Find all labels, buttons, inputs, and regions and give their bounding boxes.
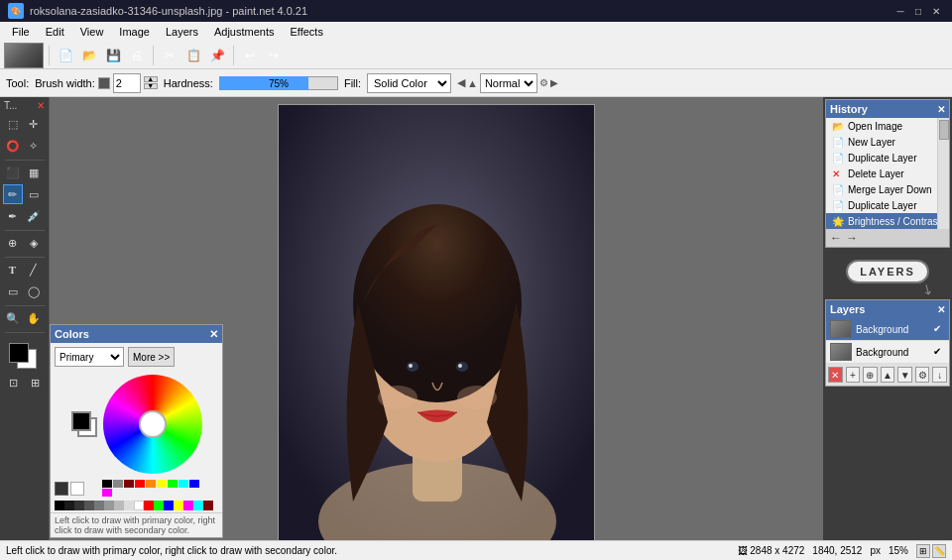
new-layer-button[interactable]: +: [846, 367, 861, 383]
close-button[interactable]: ✕: [928, 3, 944, 19]
swatch-cyan[interactable]: [178, 480, 188, 488]
colors-more-button[interactable]: More >>: [128, 347, 175, 367]
swatch-orange[interactable]: [146, 480, 156, 488]
history-item-dup-layer[interactable]: 📄 Duplicate Layer: [826, 150, 949, 166]
print-button[interactable]: 🖨: [126, 45, 148, 66]
p-blue2[interactable]: [164, 501, 174, 510]
tool-zoom[interactable]: 🔍: [3, 308, 23, 328]
p-black[interactable]: [55, 501, 64, 510]
p-4[interactable]: [94, 501, 104, 510]
p-3[interactable]: [84, 501, 94, 510]
primary-color-large[interactable]: [71, 411, 91, 431]
tool-move[interactable]: ✛: [24, 114, 44, 134]
menu-layers[interactable]: Layers: [158, 22, 206, 42]
tool-line[interactable]: ╱: [24, 260, 44, 280]
dark-swatch[interactable]: [55, 482, 68, 496]
fill-dropdown[interactable]: Solid Color Gradient Transparent: [367, 73, 451, 93]
blend-right-arrow[interactable]: ▶: [550, 77, 558, 88]
tool-pan[interactable]: ✋: [24, 308, 44, 328]
history-close-button[interactable]: ✕: [937, 104, 945, 115]
p-lime[interactable]: [154, 501, 164, 510]
tool-clone[interactable]: ⊕: [3, 233, 23, 253]
layers-close-button[interactable]: ✕: [937, 304, 945, 315]
tool-paint-bucket[interactable]: ⬛: [3, 163, 23, 182]
swatch-red[interactable]: [135, 480, 145, 488]
tool-extra-2[interactable]: ⊞: [26, 373, 46, 392]
tool-ellipse[interactable]: ◯: [24, 281, 44, 301]
p-1[interactable]: [64, 501, 74, 510]
grid-view-button[interactable]: ⊞: [916, 544, 930, 558]
history-item-merge-layer[interactable]: 📄 Merge Layer Down: [826, 181, 949, 197]
toolbox-close[interactable]: ✕: [37, 100, 45, 111]
open-button[interactable]: 📂: [78, 45, 100, 66]
colors-close-button[interactable]: ✕: [209, 328, 218, 341]
layer-visible-1[interactable]: ✔: [933, 346, 945, 358]
p-6[interactable]: [114, 501, 124, 510]
tool-text[interactable]: T: [3, 260, 23, 280]
menu-view[interactable]: View: [72, 22, 112, 42]
light-swatch[interactable]: [70, 482, 84, 496]
delete-layer-button[interactable]: ✕: [828, 367, 843, 383]
blend-settings-icon[interactable]: ⚙: [539, 77, 548, 88]
history-item-open-image[interactable]: 📂 Open Image: [826, 118, 949, 134]
layer-item-0[interactable]: Background ✔: [826, 318, 949, 341]
move-up-layer-button[interactable]: ▲: [881, 367, 895, 383]
tool-shapes[interactable]: ▭: [3, 281, 23, 301]
layer-visible-0[interactable]: ✔: [933, 323, 945, 335]
history-item-dup-layer2[interactable]: 📄 Duplicate Layer: [826, 197, 949, 213]
menu-file[interactable]: File: [4, 22, 38, 42]
merge-layers-button[interactable]: ↓: [932, 367, 947, 383]
undo-button[interactable]: ↩: [239, 45, 261, 66]
swatch-magenta[interactable]: [102, 489, 112, 497]
swatch-darkred[interactable]: [124, 480, 134, 488]
blend-mode-dropdown[interactable]: Normal: [480, 73, 537, 93]
tool-eraser[interactable]: ▭: [24, 184, 44, 204]
swatch-gray[interactable]: [113, 480, 123, 488]
minimize-button[interactable]: ─: [892, 3, 908, 19]
paste-button[interactable]: 📌: [206, 45, 228, 66]
primary-color-swatch[interactable]: [9, 343, 29, 363]
copy-button[interactable]: 📋: [182, 45, 204, 66]
tool-color-picker[interactable]: 💉: [24, 206, 44, 226]
menu-edit[interactable]: Edit: [38, 22, 72, 42]
tool-paintbrush[interactable]: ✏: [3, 184, 23, 204]
history-scroll-thumb[interactable]: [939, 120, 949, 140]
brush-width-input[interactable]: [113, 73, 141, 93]
color-wheel-center[interactable]: [139, 410, 167, 438]
p-7[interactable]: [124, 501, 134, 510]
swatch-black[interactable]: [102, 480, 112, 488]
layer-item-1[interactable]: Background ✔: [826, 341, 949, 364]
p-red[interactable]: [144, 501, 154, 510]
tool-rectangle-select[interactable]: ⬚: [3, 114, 23, 134]
cut-button[interactable]: ✂: [159, 45, 180, 66]
tool-gradient[interactable]: ▦: [24, 163, 44, 182]
hardness-slider[interactable]: 75%: [219, 76, 338, 90]
save-button[interactable]: 💾: [102, 45, 124, 66]
history-item-del-layer[interactable]: ✕ Delete Layer: [826, 166, 949, 181]
swatch-yellow[interactable]: [157, 480, 167, 488]
p-maroon[interactable]: [203, 501, 213, 510]
history-item-new-layer[interactable]: 📄 New Layer: [826, 134, 949, 150]
colors-mode-dropdown[interactable]: Primary Secondary: [55, 347, 124, 367]
redo-history-button[interactable]: →: [846, 231, 858, 245]
brush-width-stepper[interactable]: ▲ ▼: [144, 76, 158, 90]
move-down-layer-button[interactable]: ▼: [897, 367, 912, 383]
rulers-button[interactable]: 📏: [932, 544, 946, 558]
tool-extra-1[interactable]: ⊡: [4, 373, 24, 392]
tool-recolor[interactable]: ◈: [24, 233, 44, 253]
history-item-brightness[interactable]: 🌟 Brightness / Contrast: [826, 213, 949, 229]
menu-effects[interactable]: Effects: [283, 22, 331, 42]
p-cyan2[interactable]: [193, 501, 203, 510]
swatch-blue[interactable]: [189, 480, 199, 488]
color-wheel[interactable]: [103, 375, 202, 474]
menu-image[interactable]: Image: [111, 22, 158, 42]
layer-properties-button[interactable]: ⚙: [915, 367, 930, 383]
menu-adjustments[interactable]: Adjustments: [206, 22, 283, 42]
dup-layer-button[interactable]: ⊕: [863, 367, 878, 383]
new-button[interactable]: 📄: [55, 45, 76, 66]
maximize-button[interactable]: □: [910, 3, 926, 19]
p-5[interactable]: [104, 501, 114, 510]
swatch-green[interactable]: [168, 480, 178, 488]
p-white[interactable]: [134, 501, 144, 510]
blend-left-arrow[interactable]: ◀: [457, 76, 465, 89]
